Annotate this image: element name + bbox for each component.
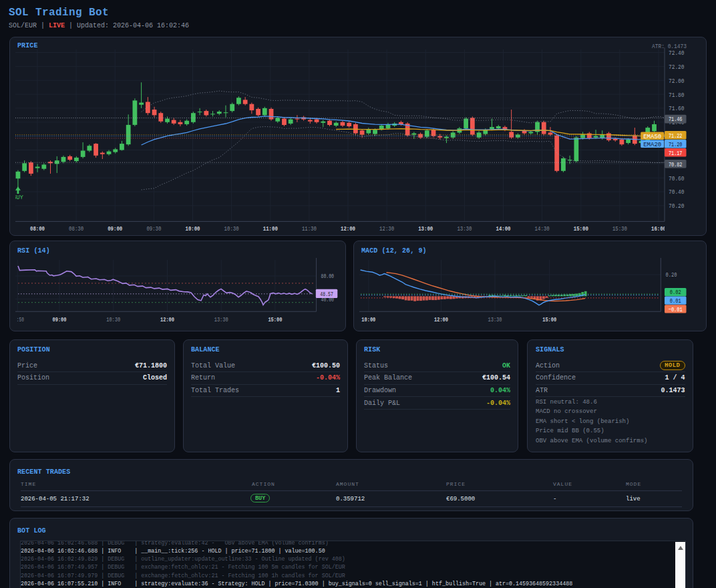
svg-text:15:00: 15:00 <box>542 316 556 323</box>
svg-text:15:00: 15:00 <box>268 316 282 323</box>
svg-text:71.46: 71.46 <box>669 116 683 123</box>
svg-text:80.00: 80.00 <box>321 273 335 280</box>
svg-text:70.60: 70.60 <box>669 175 685 182</box>
svg-text:16:00: 16:00 <box>651 225 666 233</box>
svg-text:09:00: 09:00 <box>108 225 122 233</box>
svg-text:0.01: 0.01 <box>670 297 681 305</box>
svg-text:13:00: 13:00 <box>418 225 433 233</box>
svg-text:14:00: 14:00 <box>496 225 511 233</box>
svg-text:72.00: 72.00 <box>669 78 685 85</box>
svg-text:14:30: 14:30 <box>535 225 550 233</box>
svg-text:11:00: 11:00 <box>263 225 278 233</box>
svg-text:12:00: 12:00 <box>160 316 174 323</box>
svg-text:12:00: 12:00 <box>341 225 355 233</box>
svg-text:ATR: 0.1473: ATR: 0.1473 <box>652 43 687 50</box>
svg-text:0.20: 0.20 <box>666 271 677 279</box>
svg-text:0.02: 0.02 <box>670 289 681 296</box>
svg-text:70.20: 70.20 <box>669 202 685 210</box>
svg-text:13:30: 13:30 <box>214 316 228 323</box>
svg-text:15:00: 15:00 <box>574 225 588 233</box>
svg-text:10:00: 10:00 <box>361 316 375 323</box>
svg-text:72.20: 72.20 <box>669 63 685 71</box>
svg-text:10:30: 10:30 <box>224 225 239 233</box>
svg-text:12:30: 12:30 <box>379 225 394 233</box>
svg-text:11:30: 11:30 <box>302 225 317 233</box>
svg-text:71.60: 71.60 <box>669 105 685 112</box>
svg-text:48.57: 48.57 <box>320 291 333 298</box>
svg-text:−0.01: −0.01 <box>669 306 683 313</box>
svg-text:EMA50: EMA50 <box>643 133 661 140</box>
svg-text:70.40: 70.40 <box>669 188 685 196</box>
svg-text:12:00: 12:00 <box>434 316 448 323</box>
svg-text:70.82: 70.82 <box>669 161 683 168</box>
svg-text:71.17: 71.17 <box>669 150 683 157</box>
svg-text:15:30: 15:30 <box>612 225 627 233</box>
svg-text:BUY: BUY <box>13 194 24 201</box>
svg-text:72.40: 72.40 <box>669 49 685 57</box>
svg-text:EMA20: EMA20 <box>643 141 661 148</box>
svg-text:09:00: 09:00 <box>53 316 67 323</box>
svg-text::50: :50 <box>17 316 24 323</box>
svg-text:71.20: 71.20 <box>669 141 683 148</box>
svg-text:10:30: 10:30 <box>106 316 120 323</box>
svg-text:08:00: 08:00 <box>30 225 45 233</box>
svg-text:10:00: 10:00 <box>186 225 200 233</box>
svg-text:13:30: 13:30 <box>457 225 472 233</box>
svg-text:71.22: 71.22 <box>669 132 683 140</box>
svg-text:09:30: 09:30 <box>146 225 161 233</box>
svg-text:08:30: 08:30 <box>69 225 83 233</box>
svg-text:71.80: 71.80 <box>669 92 685 99</box>
svg-text:13:30: 13:30 <box>488 316 502 323</box>
